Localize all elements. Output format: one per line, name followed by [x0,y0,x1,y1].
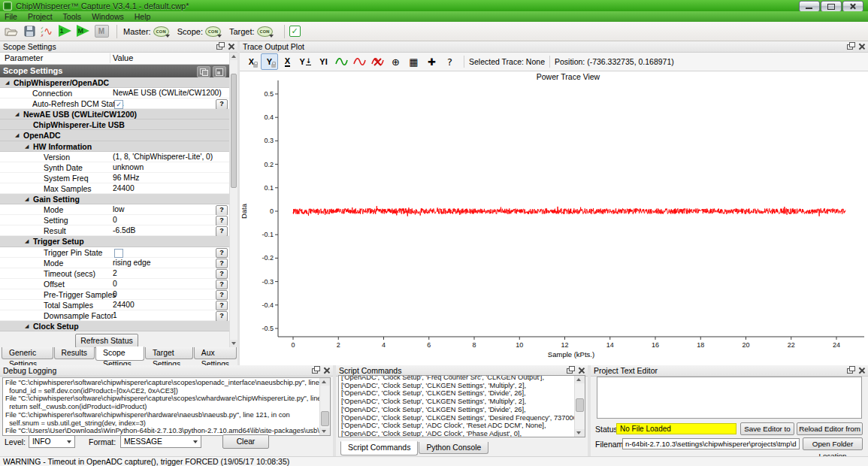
tree-item-value[interactable]: 24400 [113,183,135,194]
tab-scope-settings[interactable]: Scope Settings [95,346,144,361]
scroll-up-icon[interactable] [320,378,330,386]
tree-param-timeout-secs[interactable]: Timeout (secs)2? [0,268,230,279]
open-project-button[interactable] [4,24,19,39]
float-panel-icon[interactable] [216,42,224,50]
column-divider[interactable] [110,53,110,63]
autoscale-y-button[interactable]: Y [261,53,278,70]
help-button[interactable]: ? [216,248,228,259]
close-button[interactable] [842,1,863,12]
tree-param-mode[interactable]: Modelow? [0,204,230,215]
tree-scrollbar[interactable] [229,53,237,347]
scope-settings-root-row[interactable]: Scope Settings [0,65,230,77]
tree-param-trigger-pin-state[interactable]: Trigger Pin State? [0,247,230,258]
tree-group-newae-usb-cwlite-cw1200[interactable]: ◢NewAE USB (CWLite/CW1200) [0,109,230,120]
menu-file[interactable]: File [5,12,17,21]
tree-param-offset[interactable]: Offset0? [0,279,230,289]
tree-param-synth-date[interactable]: Synth Dateunknown [0,162,230,173]
expanded-triangle-icon[interactable]: ◢ [25,236,29,247]
help-button[interactable]: ? [216,280,228,290]
tree-param-setting[interactable]: Setting0? [0,215,230,225]
help-button[interactable]: ? [216,205,228,216]
tree-param-auto-refresh-dcm-status[interactable]: Auto-Refresh DCM Status✓? [0,98,230,109]
save-editor-button[interactable]: Save Editor to Disk [740,422,794,435]
help-button[interactable]: ? [216,216,228,226]
persistance-toggle-button[interactable] [333,53,350,70]
help-button[interactable]: ? [216,99,228,110]
tree-param-total-samples[interactable]: Total Samples24400? [0,300,230,310]
scroll-thumb[interactable] [231,74,237,188]
tree-param-version[interactable]: Version(1, 8, 'ChipWhisperer-Lite', 0) [0,152,230,162]
tree-item-value[interactable]: -6.5dB [113,225,135,236]
fit-x-button[interactable]: X [279,53,296,70]
tree-group-hw-information[interactable]: ◢HW Information [0,141,230,152]
tree-param-mode[interactable]: Moderising edge? [0,258,230,268]
save-project-button[interactable] [22,24,37,39]
scroll-up-icon[interactable] [230,53,237,60]
capture-1-button[interactable]: 1 [58,24,73,39]
float-panel-icon[interactable] [846,366,854,374]
help-button[interactable]: ? [216,290,228,301]
tree-param-connection[interactable]: ConnectionNewAE USB (CWLite/CW1200) [0,88,230,98]
tree-group-clock-setup[interactable]: ◢Clock Setup [0,321,230,331]
y-limit-button[interactable]: YI [315,53,332,70]
close-panel-icon[interactable] [857,366,866,374]
close-panel-icon[interactable] [857,42,866,50]
menu-project[interactable]: Project [28,12,53,21]
tree-param-system-freq[interactable]: System Freq96 MHz [0,173,230,183]
scroll-down-icon[interactable] [230,340,237,347]
tab-results[interactable]: Results [54,347,95,359]
tree-item-value[interactable]: rising edge [113,258,150,268]
tree-group-gain-setting[interactable]: ◢Gain Setting [0,194,230,204]
checkbox-checked-icon[interactable]: ✓ [114,100,123,109]
clear-traces-button[interactable] [369,53,386,70]
tree-param-pre-trigger-samples[interactable]: Pre-Trigger Samples0? [0,289,230,300]
tree-item-value[interactable]: 0 [113,279,117,289]
save-settings-icon[interactable] [213,66,226,77]
format-select[interactable]: MESSAGE [120,435,201,448]
float-panel-icon[interactable] [846,42,854,50]
help-button[interactable]: ? [441,53,458,70]
tree-group-chipwhisperer-openadc[interactable]: ◢ChipWhisperer/OpenADC [0,77,230,88]
help-button[interactable]: ? [216,269,228,280]
tab-generic-settings[interactable]: Generic Settings [2,347,53,359]
close-panel-icon[interactable] [322,366,331,374]
expanded-triangle-icon[interactable]: ◢ [25,141,29,152]
clear-button[interactable]: Clear [222,434,269,449]
power-trace-chart[interactable]: Power Trace ViewDataSample (kPts.)-0.5-0… [240,71,868,365]
menu-help[interactable]: Help [135,12,151,21]
grid-button[interactable]: ▦ [405,53,422,70]
crosshair-button[interactable]: ⊕ [387,53,404,70]
capture-m-button[interactable]: M [76,24,91,39]
tree-item-value[interactable]: 24400 [113,300,135,310]
expanded-triangle-icon[interactable]: ◢ [25,194,29,204]
tab-aux-settings[interactable]: Aux Settings [194,347,237,359]
autoscale-x-button[interactable]: X [243,53,260,70]
project-editor-textarea[interactable] [597,377,862,419]
expanded-triangle-icon[interactable]: ◢ [25,321,29,331]
maximize-button[interactable] [821,1,842,12]
tree-param-result[interactable]: Result-6.5dB? [0,225,230,236]
scroll-thumb[interactable] [321,411,329,426]
tree-param-max-samples[interactable]: Max Samples24400 [0,183,230,194]
help-button[interactable]: ? [216,259,228,269]
reload-editor-button[interactable]: Reload Editor from Disk [797,422,863,435]
tree-group-chipwhisperer-lite-usb[interactable]: ChipWhisperer-Lite USB [0,120,230,130]
tree-item-value[interactable]: unknown [113,162,144,173]
minimize-button[interactable] [799,1,820,12]
level-select[interactable]: INFO [29,435,75,448]
expanded-triangle-icon[interactable]: ◢ [15,130,19,141]
checkbox-unchecked-icon[interactable] [114,249,123,258]
tab-target-settings[interactable]: Target Settings [145,347,193,359]
tree-item-value[interactable]: 1 [113,310,117,321]
tree-group-trigger-setup[interactable]: ◢Trigger Setup [0,236,230,247]
close-panel-icon[interactable] [577,366,585,374]
menu-windows[interactable]: Windows [92,12,124,21]
fit-y-button[interactable]: Y↓ [297,53,314,70]
tree-item-value[interactable]: NewAE USB (CWLite/CW1200) [113,88,222,98]
scroll-thumb[interactable] [576,398,584,412]
tab-script-commands[interactable]: Script Commands [340,441,418,455]
float-panel-icon[interactable] [311,366,319,374]
scroll-down-icon[interactable] [320,428,330,435]
copy-settings-icon[interactable] [197,66,210,77]
tree-group-openadc[interactable]: ◢OpenADC [0,130,230,141]
